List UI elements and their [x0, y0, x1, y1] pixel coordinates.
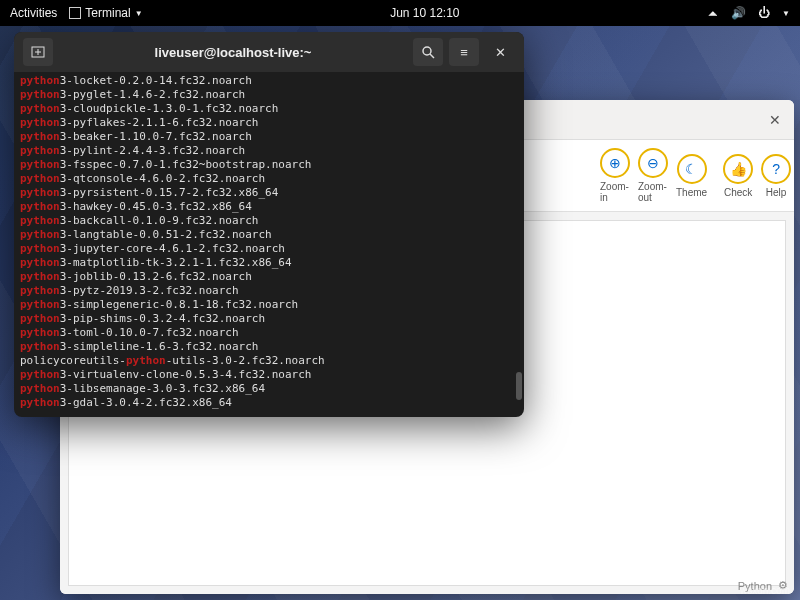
- terminal-line: python3-beaker-1.10.0-7.fc32.noarch: [20, 130, 518, 144]
- check-icon: 👍: [723, 154, 753, 184]
- terminal-title: liveuser@localhost-live:~: [56, 45, 410, 60]
- tool-label: Check: [724, 187, 752, 198]
- menu-button[interactable]: ≡: [449, 38, 479, 66]
- new-tab-button[interactable]: [23, 38, 53, 66]
- svg-point-3: [423, 47, 431, 55]
- terminal-line: python3-backcall-0.1.0-9.fc32.noarch: [20, 214, 518, 228]
- tool-zoom-out[interactable]: ⊖Zoom-out: [638, 148, 668, 203]
- chevron-down-icon: ▼: [135, 9, 143, 18]
- terminal-line: python3-pyglet-1.4.6-2.fc32.noarch: [20, 88, 518, 102]
- clock[interactable]: Jun 10 12:10: [153, 6, 697, 20]
- close-icon: ✕: [495, 45, 506, 60]
- terminal-line: python3-gdal-3.0.4-2.fc32.x86_64: [20, 396, 518, 410]
- terminal-line: python3-pylint-2.4.4-3.fc32.noarch: [20, 144, 518, 158]
- terminal-line: python3-virtualenv-clone-0.5.3-4.fc32.no…: [20, 368, 518, 382]
- terminal-line: python3-locket-0.2.0-14.fc32.noarch: [20, 74, 518, 88]
- app-menu-label: Terminal: [85, 6, 130, 20]
- help-icon: ?: [761, 154, 791, 184]
- system-menu-chevron-icon[interactable]: ▼: [782, 9, 790, 18]
- app-menu[interactable]: Terminal ▼: [69, 6, 142, 20]
- terminal-line: python3-pyrsistent-0.15.7-2.fc32.x86_64: [20, 186, 518, 200]
- tool-label: Help: [766, 187, 787, 198]
- search-button[interactable]: [413, 38, 443, 66]
- terminal-line: python3-toml-0.10.0-7.fc32.noarch: [20, 326, 518, 340]
- gnome-top-bar: Activities Terminal ▼ Jun 10 12:10 ⏶ 🔊 ⏻…: [0, 0, 800, 26]
- terminal-app-icon: [69, 7, 81, 19]
- terminal-line: python3-qtconsole-4.6.0-2.fc32.noarch: [20, 172, 518, 186]
- activities-button[interactable]: Activities: [10, 6, 57, 20]
- terminal-line: python3-jupyter-core-4.6.1-2.fc32.noarch: [20, 242, 518, 256]
- terminal-line: python3-joblib-0.13.2-6.fc32.noarch: [20, 270, 518, 284]
- tool-help[interactable]: ?Help: [761, 154, 791, 198]
- terminal-line: python3-fsspec-0.7.0-1.fc32~bootstrap.no…: [20, 158, 518, 172]
- tool-label: Zoom-in: [600, 181, 630, 203]
- terminal-line: python3-pyflakes-2.1.1-6.fc32.noarch: [20, 116, 518, 130]
- hamburger-icon: ≡: [460, 45, 468, 60]
- zoom-out-icon: ⊖: [638, 148, 668, 178]
- tool-label: Theme: [676, 187, 707, 198]
- terminal-line: python3-pytz-2019.3-2.fc32.noarch: [20, 284, 518, 298]
- close-button[interactable]: ✕: [764, 109, 786, 131]
- terminal-line: python3-matplotlib-tk-3.2.1-1.fc32.x86_6…: [20, 256, 518, 270]
- tool-theme[interactable]: ☾Theme: [676, 154, 707, 198]
- terminal-line: python3-simplegeneric-0.8.1-18.fc32.noar…: [20, 298, 518, 312]
- search-icon: [422, 46, 435, 59]
- terminal-headerbar[interactable]: liveuser@localhost-live:~ ≡ ✕: [14, 32, 524, 72]
- terminal-line: python3-simpleline-1.6-3.fc32.noarch: [20, 340, 518, 354]
- scrollbar-thumb[interactable]: [516, 372, 522, 400]
- watermark: wsxdn.com: [740, 585, 790, 596]
- network-icon[interactable]: ⏶: [707, 6, 719, 20]
- terminal-line: python3-langtable-0.0.51-2.fc32.noarch: [20, 228, 518, 242]
- tool-check[interactable]: 👍Check: [723, 154, 753, 198]
- tool-zoom-in[interactable]: ⊕Zoom-in: [600, 148, 630, 203]
- close-button[interactable]: ✕: [485, 38, 515, 66]
- terminal-line: python3-cloudpickle-1.3.0-1.fc32.noarch: [20, 102, 518, 116]
- terminal-line: python3-pip-shims-0.3.2-4.fc32.noarch: [20, 312, 518, 326]
- tool-label: Zoom-out: [638, 181, 668, 203]
- terminal-line: policycoreutils-python-utils-3.0-2.fc32.…: [20, 354, 518, 368]
- new-tab-icon: [31, 45, 45, 59]
- terminal-output[interactable]: python3-locket-0.2.0-14.fc32.noarchpytho…: [14, 72, 524, 417]
- terminal-line: python3-hawkey-0.45.0-3.fc32.x86_64: [20, 200, 518, 214]
- zoom-in-icon: ⊕: [600, 148, 630, 178]
- svg-line-4: [430, 54, 434, 58]
- terminal-line: python3-libsemanage-3.0-3.fc32.x86_64: [20, 382, 518, 396]
- volume-icon[interactable]: 🔊: [731, 6, 746, 20]
- theme-icon: ☾: [677, 154, 707, 184]
- power-icon[interactable]: ⏻: [758, 6, 770, 20]
- terminal-window[interactable]: liveuser@localhost-live:~ ≡ ✕ python3-lo…: [14, 32, 524, 417]
